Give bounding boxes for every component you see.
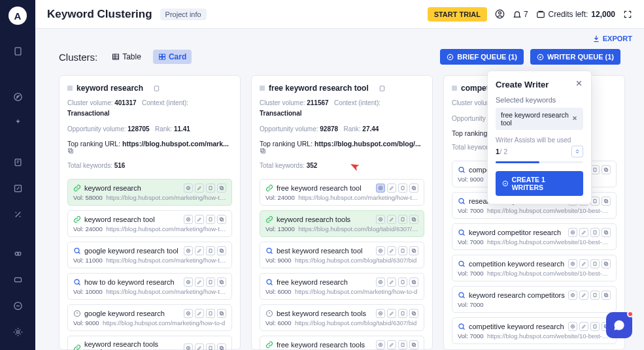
action-note-icon[interactable] — [590, 228, 600, 237]
action-copy-icon[interactable] — [217, 183, 226, 193]
action-note-icon[interactable] — [398, 340, 407, 349]
action-note-icon[interactable] — [590, 259, 600, 268]
action-copy-icon[interactable] — [602, 259, 611, 268]
create-writers-button[interactable]: CREATE 1 WRITERS — [496, 171, 583, 196]
keyword-row[interactable]: google keyword research tool Vol: 11000 … — [67, 242, 232, 268]
action-target-icon[interactable] — [184, 343, 193, 350]
action-copy-icon[interactable] — [602, 197, 611, 206]
action-note-icon[interactable] — [398, 183, 407, 193]
file-icon[interactable] — [8, 42, 27, 60]
action-edit-icon[interactable] — [195, 246, 204, 255]
keyword-row[interactable]: keyword research tools google Vol: 8000 … — [67, 336, 232, 350]
wand-icon[interactable] — [8, 205, 27, 223]
action-edit-icon[interactable] — [195, 278, 204, 287]
action-target-icon[interactable] — [184, 183, 193, 193]
action-edit-icon[interactable] — [579, 291, 588, 300]
action-target-icon[interactable] — [568, 322, 577, 331]
keyword-row[interactable]: keyword competitor research Vol: 7000 ht… — [452, 223, 617, 250]
action-edit-icon[interactable] — [195, 309, 204, 318]
brief-queue-button[interactable]: BRIEF QUEUE (1) — [440, 49, 524, 65]
action-edit-icon[interactable] — [387, 309, 396, 318]
action-note-icon[interactable] — [590, 291, 600, 300]
remove-tag-icon[interactable] — [571, 115, 578, 123]
export-button[interactable]: EXPORT — [592, 35, 632, 42]
fullscreen-icon[interactable] — [623, 10, 632, 19]
writer-queue-button[interactable]: WRITER QUEUE (1) — [530, 49, 620, 65]
action-note-icon[interactable] — [206, 246, 215, 255]
action-target-icon[interactable] — [376, 340, 385, 349]
action-copy-icon[interactable] — [409, 340, 418, 349]
view-card-button[interactable]: Card — [153, 50, 192, 64]
action-target-icon[interactable] — [568, 228, 577, 237]
action-edit-icon[interactable] — [195, 215, 204, 224]
action-note-icon[interactable] — [590, 197, 600, 206]
link-icon[interactable] — [8, 244, 27, 262]
settings-icon[interactable] — [8, 323, 27, 341]
keyword-row[interactable]: best keyword research tool Vol: 9000 htt… — [260, 242, 424, 268]
action-copy-icon[interactable] — [217, 309, 226, 318]
action-edit-icon[interactable] — [195, 343, 204, 350]
action-target-icon[interactable] — [376, 309, 385, 318]
action-copy-icon[interactable] — [409, 309, 418, 318]
action-edit-icon[interactable] — [195, 183, 204, 193]
notifications-icon[interactable]: 7 — [513, 10, 528, 19]
start-trial-button[interactable]: START TRIAL — [428, 7, 487, 22]
action-edit-icon[interactable] — [579, 228, 588, 237]
action-note-icon[interactable] — [206, 278, 215, 287]
video-icon[interactable] — [8, 270, 27, 289]
action-target-icon[interactable] — [376, 183, 385, 193]
action-target-icon[interactable] — [184, 215, 193, 224]
action-note-icon[interactable] — [206, 183, 215, 193]
action-edit-icon[interactable] — [387, 278, 396, 287]
action-copy-icon[interactable] — [409, 183, 418, 193]
keyword-row[interactable]: keyword research Vol: 58000 https://blog… — [67, 179, 232, 206]
action-target-icon[interactable] — [568, 259, 577, 268]
keyword-row[interactable]: competitive keyword research Vol: 7000 h… — [452, 317, 617, 344]
keyword-row[interactable]: google keyword research Vol: 9000 https:… — [67, 304, 232, 331]
keyword-row[interactable]: free keyword research Vol: 6000 https://… — [260, 273, 424, 300]
action-note-icon[interactable] — [398, 278, 407, 287]
keyword-row[interactable]: keyword research competitors Vol: 7000 — [452, 286, 617, 313]
app-logo[interactable]: A — [8, 7, 27, 25]
action-copy-icon[interactable] — [409, 246, 418, 255]
close-icon[interactable] — [575, 79, 583, 89]
keyword-row[interactable]: keyword research tool Vol: 24000 https:/… — [67, 210, 232, 237]
action-edit-icon[interactable] — [387, 246, 396, 255]
action-note-icon[interactable] — [398, 309, 407, 318]
action-note-icon[interactable] — [206, 343, 215, 350]
action-copy-icon[interactable] — [409, 215, 418, 224]
action-edit-icon[interactable] — [579, 259, 588, 268]
action-target-icon[interactable] — [184, 278, 193, 287]
action-copy-icon[interactable] — [217, 246, 226, 255]
action-note-icon[interactable] — [398, 246, 407, 255]
action-note-icon[interactable] — [206, 309, 215, 318]
action-target-icon[interactable] — [376, 278, 385, 287]
action-note-icon[interactable] — [206, 215, 215, 224]
compass-icon[interactable] — [8, 88, 27, 106]
action-note-icon[interactable] — [590, 322, 600, 331]
action-target-icon[interactable] — [184, 309, 193, 318]
collapse-icon[interactable] — [8, 296, 27, 315]
action-target-icon[interactable] — [376, 215, 385, 224]
action-note-icon[interactable] — [398, 215, 407, 224]
note-icon[interactable] — [8, 153, 27, 171]
action-copy-icon[interactable] — [602, 165, 611, 174]
project-info-badge[interactable]: Project info — [160, 8, 207, 20]
action-target-icon[interactable] — [568, 291, 577, 300]
user-icon[interactable] — [495, 9, 505, 19]
action-copy-icon[interactable] — [602, 228, 611, 237]
keyword-row[interactable]: best keyword research tools Vol: 6000 ht… — [260, 304, 424, 331]
action-target-icon[interactable] — [376, 246, 385, 255]
action-edit-icon[interactable] — [387, 340, 396, 349]
chat-fab-button[interactable] — [606, 312, 632, 338]
action-copy-icon[interactable] — [217, 215, 226, 224]
sparkle-icon[interactable] — [8, 114, 27, 132]
action-copy-icon[interactable] — [217, 343, 226, 350]
action-edit-icon[interactable] — [387, 183, 396, 193]
keyword-row[interactable]: free keyword research tools Vol: 6000 ht… — [260, 336, 424, 350]
view-table-button[interactable]: Table — [107, 50, 146, 64]
keyword-row[interactable]: keyword research tools Vol: 13000 https:… — [260, 210, 424, 237]
action-copy-icon[interactable] — [409, 278, 418, 287]
keyword-row[interactable]: how to do keyword research Vol: 10000 ht… — [67, 273, 232, 300]
action-copy-icon[interactable] — [602, 291, 611, 300]
